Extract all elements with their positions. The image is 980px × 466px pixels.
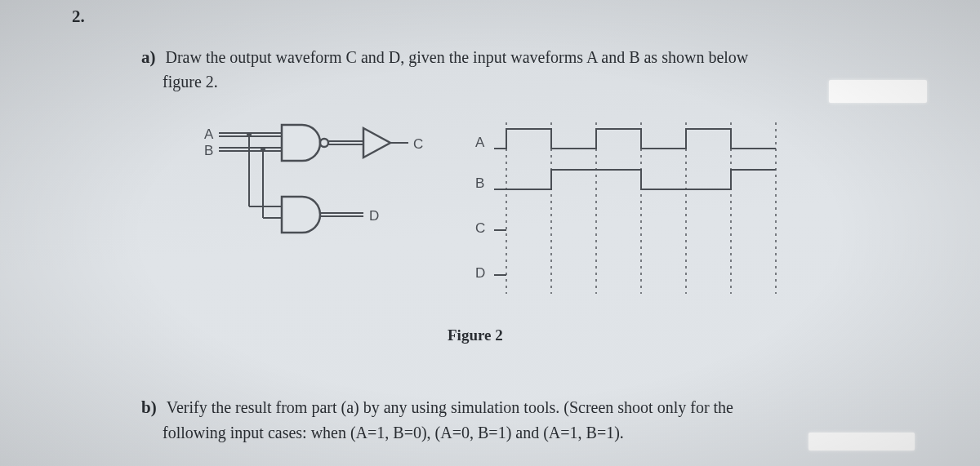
part-b-block: b) Verify the result from part (a) by an… (141, 395, 909, 442)
wave-c-label: C (475, 220, 485, 236)
part-b-text-line2: following input cases: when (A=1, B=0), … (163, 424, 909, 442)
part-a-text-line1: Draw the output waveform C and D, given … (166, 48, 749, 66)
input-b-label: B (204, 143, 213, 158)
part-a-label: a) (141, 47, 156, 68)
part-a-text-line2: figure 2. (163, 73, 893, 91)
wave-d-label: D (475, 265, 485, 281)
wave-b-label: B (475, 175, 484, 191)
redaction-box (829, 80, 927, 103)
redaction-box (808, 433, 915, 450)
output-c-label: C (413, 136, 423, 152)
question-number: 2. (72, 7, 85, 27)
input-a-label: A (204, 126, 214, 142)
timing-diagram: A B C D (474, 122, 841, 310)
part-a-block: a) Draw the output waveform C and D, giv… (141, 45, 893, 91)
svg-point-6 (320, 139, 328, 147)
wave-a-label: A (475, 135, 485, 150)
circuit-diagram: A B C D (204, 118, 457, 257)
output-d-label: D (369, 208, 379, 224)
part-b-text-line1: Verify the result from part (a) by any u… (167, 398, 733, 416)
figure-caption: Figure 2 (448, 326, 503, 344)
part-b-label: b) (141, 397, 157, 418)
